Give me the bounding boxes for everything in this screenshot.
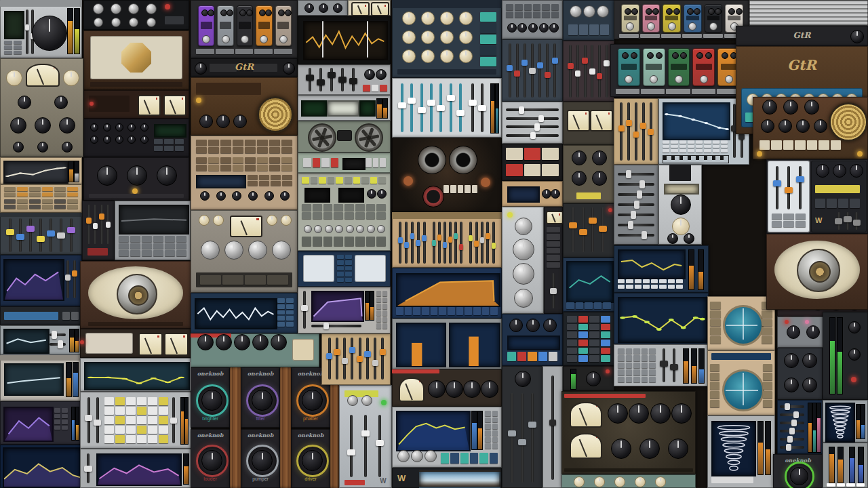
button[interactable] bbox=[355, 237, 365, 246]
pedal[interactable] bbox=[643, 48, 665, 86]
button[interactable] bbox=[42, 199, 54, 203]
button[interactable] bbox=[528, 352, 536, 361]
knob[interactable] bbox=[356, 225, 364, 233]
knob[interactable] bbox=[402, 30, 416, 44]
fader[interactable] bbox=[381, 338, 384, 380]
button[interactable] bbox=[281, 140, 292, 146]
button[interactable] bbox=[331, 158, 339, 167]
knob[interactable] bbox=[402, 49, 416, 63]
button[interactable] bbox=[763, 382, 772, 389]
button[interactable] bbox=[376, 323, 381, 329]
button[interactable] bbox=[54, 192, 66, 197]
knob[interactable] bbox=[481, 380, 498, 398]
fader-handle[interactable] bbox=[37, 236, 45, 242]
pedal-knob[interactable] bbox=[625, 8, 631, 15]
pedal[interactable] bbox=[217, 5, 233, 46]
pedal[interactable] bbox=[256, 5, 272, 46]
pedal-knob[interactable] bbox=[696, 52, 703, 59]
fader[interactable] bbox=[524, 43, 526, 98]
fader[interactable] bbox=[459, 83, 462, 132]
knob[interactable] bbox=[526, 319, 540, 332]
button[interactable] bbox=[594, 302, 602, 309]
fader-handle[interactable] bbox=[6, 229, 14, 235]
button[interactable] bbox=[515, 4, 522, 10]
fader[interactable] bbox=[521, 393, 524, 483]
button[interactable] bbox=[579, 24, 589, 35]
ring-knob-cap[interactable] bbox=[252, 390, 273, 411]
knob[interactable] bbox=[272, 241, 291, 260]
fader-handle[interactable] bbox=[648, 129, 654, 135]
button[interactable] bbox=[827, 199, 837, 208]
knob[interactable] bbox=[667, 233, 678, 244]
h-slider[interactable] bbox=[506, 117, 559, 120]
knob[interactable] bbox=[146, 18, 156, 27]
button[interactable] bbox=[302, 177, 309, 184]
pedal[interactable] bbox=[663, 4, 681, 33]
button[interactable] bbox=[524, 164, 541, 176]
ring-knob[interactable] bbox=[296, 384, 329, 417]
h-slider[interactable] bbox=[506, 125, 559, 128]
button[interactable] bbox=[633, 377, 640, 382]
button[interactable] bbox=[396, 307, 403, 315]
button[interactable] bbox=[663, 145, 669, 148]
button[interactable] bbox=[485, 411, 491, 416]
knob[interactable] bbox=[572, 171, 587, 186]
button[interactable] bbox=[54, 199, 66, 203]
button[interactable] bbox=[626, 377, 633, 382]
button[interactable] bbox=[480, 12, 496, 22]
button[interactable] bbox=[137, 426, 146, 434]
button[interactable] bbox=[618, 279, 625, 283]
button[interactable] bbox=[196, 140, 207, 146]
fader[interactable] bbox=[29, 218, 32, 252]
button[interactable] bbox=[524, 4, 532, 10]
button[interactable] bbox=[626, 369, 633, 375]
button[interactable] bbox=[336, 177, 343, 184]
button[interactable] bbox=[838, 199, 848, 208]
knob[interactable] bbox=[97, 165, 117, 186]
button[interactable] bbox=[378, 177, 386, 184]
pedal-knob[interactable] bbox=[652, 8, 659, 15]
knob[interactable] bbox=[115, 136, 123, 144]
button[interactable] bbox=[567, 348, 577, 354]
button[interactable] bbox=[763, 400, 772, 407]
button[interactable] bbox=[208, 157, 219, 163]
pedal-knob[interactable] bbox=[239, 9, 246, 16]
button[interactable] bbox=[492, 443, 498, 449]
knob[interactable] bbox=[248, 241, 267, 260]
h-slider-handle[interactable] bbox=[323, 323, 329, 329]
knob[interactable] bbox=[509, 319, 523, 332]
button[interactable] bbox=[618, 348, 625, 354]
ring-knob[interactable] bbox=[246, 384, 279, 417]
fader-handle[interactable] bbox=[306, 75, 314, 81]
fader-handle[interactable] bbox=[85, 415, 92, 421]
knob[interactable] bbox=[608, 403, 628, 424]
knob[interactable] bbox=[280, 191, 290, 201]
button[interactable] bbox=[355, 212, 365, 219]
fader-handle[interactable] bbox=[65, 274, 71, 281]
button[interactable] bbox=[763, 391, 772, 399]
knob[interactable] bbox=[639, 439, 660, 459]
button[interactable] bbox=[220, 157, 231, 163]
ring-knob[interactable] bbox=[246, 445, 279, 477]
knob[interactable] bbox=[199, 115, 213, 128]
pedal-knob[interactable] bbox=[708, 8, 715, 15]
pedal[interactable] bbox=[198, 5, 214, 46]
knob[interactable] bbox=[421, 30, 435, 44]
button[interactable] bbox=[485, 443, 491, 449]
button[interactable] bbox=[671, 149, 677, 152]
knob[interactable] bbox=[668, 439, 688, 459]
button[interactable] bbox=[62, 312, 70, 320]
button[interactable] bbox=[104, 416, 114, 424]
h-slider[interactable] bbox=[780, 413, 804, 416]
fader-handle[interactable] bbox=[408, 98, 416, 104]
h-slider-handle[interactable] bbox=[628, 221, 633, 229]
button[interactable] bbox=[490, 453, 498, 464]
pedal-knob[interactable] bbox=[736, 8, 743, 15]
button[interactable] bbox=[104, 435, 114, 443]
fader[interactable] bbox=[591, 207, 594, 252]
button[interactable] bbox=[405, 307, 412, 315]
button[interactable] bbox=[643, 279, 650, 283]
button[interactable] bbox=[492, 430, 498, 436]
button[interactable] bbox=[235, 49, 254, 54]
knob[interactable] bbox=[586, 371, 601, 386]
